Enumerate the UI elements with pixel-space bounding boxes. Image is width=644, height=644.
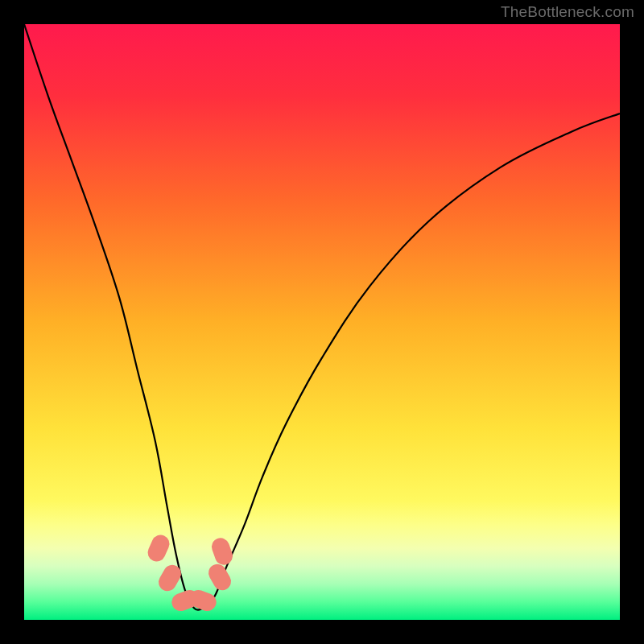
chart-frame: TheBottleneck.com [0,0,644,644]
watermark-text: TheBottleneck.com [501,3,634,21]
curve-path [24,24,620,610]
plot-area [24,24,620,620]
bottleneck-curve [24,24,620,620]
